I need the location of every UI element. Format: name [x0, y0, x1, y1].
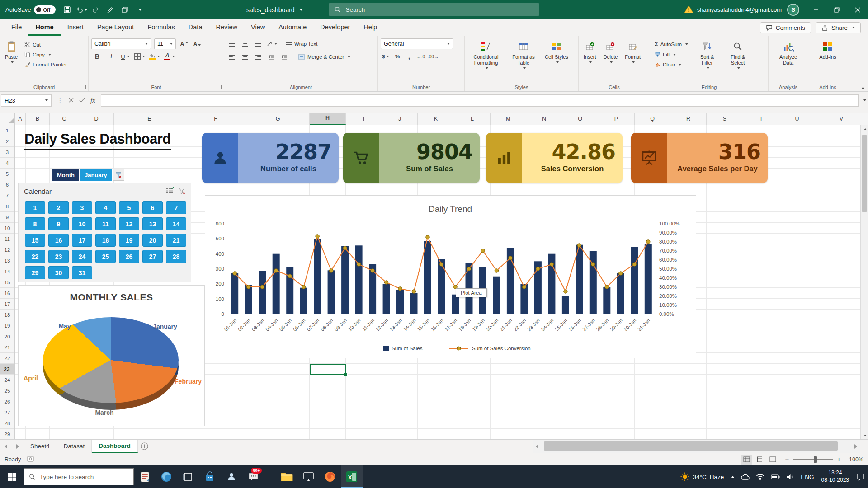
decrease-font-button[interactable]: A — [192, 39, 202, 49]
italic-button[interactable]: I — [106, 52, 116, 61]
expand-formula-bar-button[interactable] — [863, 99, 866, 101]
calendar-day-13[interactable]: 13 — [142, 217, 163, 230]
ribbon-tab-view[interactable]: View — [244, 19, 272, 36]
excel-app-icon[interactable]: X — [341, 465, 363, 488]
alignment-dialog-launcher[interactable] — [371, 85, 375, 89]
row-header-17[interactable]: 17 — [0, 299, 14, 310]
column-header-C[interactable]: C — [50, 113, 79, 125]
number-format-select[interactable]: General — [381, 38, 453, 49]
calendar-day-16[interactable]: 16 — [48, 234, 69, 247]
calendar-day-15[interactable]: 15 — [25, 234, 45, 247]
weather-widget[interactable]: 34°C Haze — [677, 465, 727, 488]
accounting-format-button[interactable]: $ — [381, 52, 391, 61]
column-header-N[interactable]: N — [526, 113, 562, 125]
restore-button[interactable] — [826, 0, 847, 19]
action-center-button[interactable] — [853, 465, 868, 488]
column-header-U[interactable]: U — [779, 113, 815, 125]
bold-button[interactable]: B — [92, 52, 102, 61]
sheet-tab-datasat[interactable]: Datasat — [57, 440, 92, 453]
people-icon[interactable] — [221, 465, 242, 488]
calendar-day-18[interactable]: 18 — [95, 234, 116, 247]
row-header-21[interactable]: 21 — [0, 342, 14, 353]
sheet-grid[interactable]: 1234567891011121314151617181920212223242… — [0, 125, 868, 439]
paste-button[interactable]: Paste — [3, 38, 20, 82]
horizontal-scrollbar[interactable] — [542, 440, 851, 453]
insert-function-button[interactable]: fx — [90, 97, 95, 104]
ribbon-tab-home[interactable]: Home — [28, 19, 60, 36]
show-hidden-icons-button[interactable] — [727, 465, 737, 488]
cut-button[interactable]: Cut — [23, 41, 69, 48]
row-header-8[interactable]: 8 — [0, 201, 14, 212]
store-icon[interactable] — [199, 465, 221, 488]
account-email[interactable]: shaniyasalahuddin4@gmail.com — [697, 6, 782, 13]
cancel-entry-button[interactable] — [69, 97, 74, 104]
calendar-day-9[interactable]: 9 — [48, 217, 69, 230]
file-explorer-icon[interactable] — [276, 465, 297, 488]
kpi-card-sum-of-sales[interactable]: 9804Sum of Sales — [343, 133, 480, 183]
redo-button[interactable] — [89, 3, 103, 17]
analyze-data-button[interactable]: Analyze Data — [771, 38, 805, 82]
calendar-day-8[interactable]: 8 — [25, 217, 45, 230]
clear-filter-button[interactable] — [178, 187, 185, 196]
undo-button[interactable] — [75, 3, 88, 17]
row-header-2[interactable]: 2 — [0, 136, 14, 147]
column-header-S[interactable]: S — [707, 113, 743, 125]
row-header-5[interactable]: 5 — [0, 169, 14, 179]
sheet-tab-dashboard[interactable]: Dashboard — [92, 440, 138, 453]
calendar-day-10[interactable]: 10 — [72, 217, 92, 230]
sheet-tab-sheet4[interactable]: Sheet4 — [24, 440, 57, 453]
column-header-P[interactable]: P — [598, 113, 635, 125]
delete-cells-button[interactable]: Delete — [601, 38, 620, 82]
selected-cell-h23[interactable] — [310, 364, 346, 375]
column-header-J[interactable]: J — [382, 113, 418, 125]
zoom-level[interactable]: 100% — [844, 456, 863, 463]
vertical-scroll-thumb[interactable] — [862, 135, 867, 212]
ribbon-tab-insert[interactable]: Insert — [61, 19, 90, 36]
minimize-button[interactable] — [806, 0, 826, 19]
calendar-day-21[interactable]: 21 — [166, 234, 186, 247]
row-header-19[interactable]: 19 — [0, 320, 14, 331]
autosave-toggle[interactable]: AutoSave Off — [5, 5, 56, 14]
new-window-button[interactable] — [118, 3, 132, 17]
name-box-splitter[interactable]: ⋮ — [57, 97, 63, 104]
calendar-day-29[interactable]: 29 — [25, 266, 45, 279]
autosum-button[interactable]: ΣAutoSum — [653, 40, 690, 48]
normal-view-button[interactable] — [741, 455, 752, 465]
macro-record-button[interactable] — [27, 456, 34, 463]
calendar-day-14[interactable]: 14 — [166, 217, 186, 230]
search-box[interactable]: Search — [329, 3, 539, 16]
styles-dialog-launcher[interactable] — [572, 85, 576, 89]
row-header-1[interactable]: 1 — [0, 125, 14, 136]
row-header-3[interactable]: 3 — [0, 147, 14, 158]
firefox-icon[interactable] — [319, 465, 341, 488]
row-header-20[interactable]: 20 — [0, 331, 14, 342]
scroll-right-button[interactable] — [851, 440, 860, 453]
draw-button[interactable] — [104, 3, 117, 17]
new-sheet-button[interactable] — [138, 440, 151, 453]
warning-icon[interactable] — [684, 5, 693, 15]
row-header-7[interactable]: 7 — [0, 190, 14, 201]
font-name-select[interactable]: Calibri — [91, 38, 151, 49]
row-header-6[interactable]: 6 — [0, 179, 14, 190]
ribbon-tab-page-layout[interactable]: Page Layout — [90, 19, 141, 36]
ribbon-tab-formulas[interactable]: Formulas — [141, 19, 181, 36]
kpi-card-sales-conversion[interactable]: 42.86Sales Conversion — [486, 133, 623, 183]
calendar-day-20[interactable]: 20 — [142, 234, 163, 247]
clear-button[interactable]: Clear — [653, 61, 690, 68]
calendar-day-12[interactable]: 12 — [119, 217, 139, 230]
align-center-button[interactable] — [240, 52, 250, 62]
calendar-day-26[interactable]: 26 — [119, 250, 139, 263]
chat-app-icon[interactable]: 99+ — [242, 465, 264, 488]
wrap-text-button[interactable]: Wrap Text — [284, 40, 319, 47]
document-title[interactable]: sales_dashboard — [246, 0, 302, 19]
taskbar-search[interactable]: Type here to search — [24, 468, 134, 485]
monthly-sales-chart[interactable]: MONTHLY SALES MayJanuaryAprilFebruaryMar… — [18, 285, 205, 426]
scroll-left-button[interactable] — [533, 440, 542, 453]
confirm-entry-button[interactable] — [79, 97, 85, 104]
column-header-A[interactable]: A — [15, 113, 26, 125]
horizontal-scroll-thumb[interactable] — [544, 441, 838, 451]
orientation-button[interactable] — [266, 39, 277, 49]
row-header-25[interactable]: 25 — [0, 385, 14, 396]
edge-browser-icon[interactable] — [156, 465, 177, 488]
multi-select-button[interactable] — [165, 187, 174, 196]
